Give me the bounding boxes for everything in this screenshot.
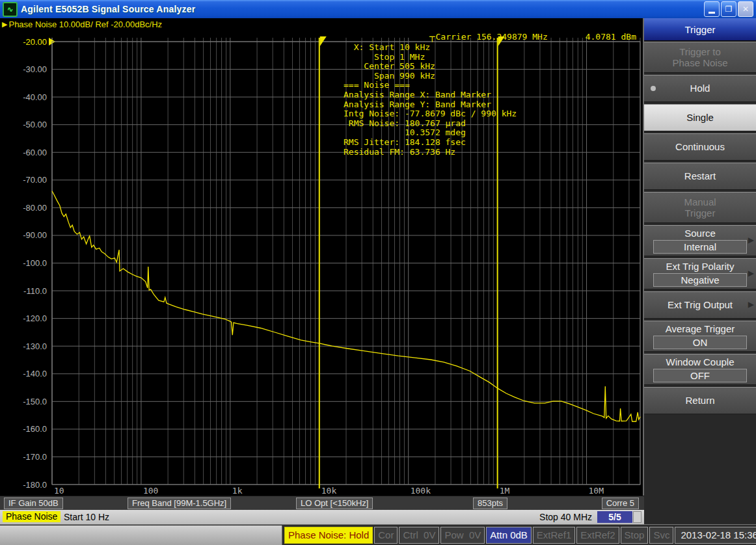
close-icon: ✕ — [742, 5, 749, 14]
softkey-label: Ext Trig Polarity — [666, 261, 734, 272]
taskbar-chip-clock: 2013-02-18 15:36 — [675, 527, 756, 544]
sweep-start-label: Start 10 Hz — [64, 512, 109, 522]
submenu-arrow-icon: ▶ — [748, 236, 754, 245]
softkey-ext-trig-polarity[interactable]: Ext Trig PolarityNegative▶ — [644, 258, 756, 289]
y-axis-tick: -160.0 — [23, 424, 47, 434]
window-controls: ❐ ✕ — [704, 1, 756, 17]
taskbar-chip-extref1: ExtRef1 — [533, 527, 575, 544]
softkey-label: Return — [685, 395, 714, 406]
softkey-label: Trigger to Phase Noise — [672, 46, 727, 69]
taskbar-chip-extref2: ExtRef2 — [576, 527, 619, 544]
taskbar-chip-measurement-status: Phase Noise: Hold — [284, 527, 373, 544]
softkey-continuous[interactable]: Continuous — [644, 133, 756, 161]
noise-analysis-readout: X: Start 10 kHz Stop 1 MHz Center 505 kH… — [344, 43, 517, 157]
y-axis-tick: -130.0 — [23, 341, 47, 351]
carrier-power: 4.0781 dBm — [586, 32, 636, 42]
average-progress-box — [633, 511, 641, 523]
taskbar-chip-svc: Svc — [649, 527, 673, 544]
softkey-hold[interactable]: Hold — [644, 75, 756, 102]
softkey-menu: Trigger Trigger to Phase NoiseHoldSingle… — [644, 18, 756, 524]
x-axis-tick: 10k — [321, 486, 337, 496]
softkey-value: ON — [653, 336, 747, 349]
restore-icon: ❐ — [725, 5, 733, 14]
softkey-label: Restart — [684, 170, 716, 181]
restore-button[interactable]: ❐ — [721, 1, 736, 17]
trace-scale-label: Phase Noise 10.00dB/ Ref -20.00dBc/Hz — [8, 20, 162, 29]
softkey-buttons: Trigger to Phase NoiseHoldSingleContinuo… — [644, 42, 756, 414]
softkey-value: Internal — [653, 240, 747, 254]
softkey-label: Source — [684, 228, 716, 239]
softkey-manual-trigger[interactable]: Manual Trigger — [644, 192, 756, 223]
y-axis-tick: -20.00 — [23, 37, 47, 47]
y-axis-tick: -120.0 — [23, 313, 47, 323]
softkey-value: OFF — [653, 369, 747, 382]
softkey-value: Negative — [653, 273, 747, 287]
menu-title: Trigger — [644, 18, 756, 42]
taskbar-chip-attenuator: Attn 0dB — [486, 527, 532, 544]
x-axis-tick: 100k — [411, 486, 431, 496]
close-button[interactable]: ✕ — [738, 1, 753, 17]
sweep-stop-label: Stop 40 MHz — [539, 512, 592, 522]
status-indicators: Phase Noise: HoldCorCtrl 0VPow 0VAttn 0d… — [284, 527, 756, 544]
status-chip-3: 853pts — [473, 498, 507, 509]
x-axis-tick: 10 — [54, 486, 64, 496]
status-chip-2: LO Opt [<150kHz] — [296, 498, 373, 509]
softkey-return[interactable]: Return — [644, 387, 756, 414]
submenu-arrow-icon: ▶ — [748, 300, 754, 310]
trace-header: ▶ Phase Noise 10.00dB/ Ref -20.00dBc/Hz — [0, 18, 162, 30]
y-axis-tick: -140.0 — [23, 369, 47, 379]
y-axis-tick: -180.0 — [23, 480, 47, 490]
submenu-arrow-icon: ▶ — [748, 269, 754, 278]
measurement-status-bar: IF Gain 50dBFreq Band [99M-1.5GHz]LO Opt… — [0, 496, 644, 510]
taskbar-chip-cor: Cor — [374, 527, 398, 544]
softkey-source[interactable]: SourceInternal▶ — [644, 225, 756, 256]
trace-marker-icon: ▶ — [2, 20, 7, 29]
taskbar-chip-ctrl-voltage: Ctrl 0V — [399, 527, 439, 544]
softkey-restart[interactable]: Restart — [644, 163, 756, 190]
y-axis-tick: -40.00 — [23, 92, 47, 102]
app-window: ∿ Agilent E5052B Signal Source Analyzer … — [0, 0, 756, 545]
phase-noise-plot[interactable]: -20.00-30.00-40.00-50.00-60.00-70.00-80.… — [0, 30, 644, 496]
y-axis-tick: -80.00 — [23, 203, 47, 213]
x-axis-tick: 1k — [232, 486, 243, 496]
softkey-label: Ext Trig Output — [668, 299, 733, 310]
average-counter: 5/5 — [597, 511, 632, 523]
x-axis-tick: 1M — [500, 486, 510, 496]
y-axis-tick: -70.00 — [23, 175, 47, 185]
softkey-ext-trig-output[interactable]: Ext Trig Output▶ — [644, 291, 756, 319]
mode-label: Phase Noise — [3, 511, 61, 522]
status-chip-1: Freq Band [99M-1.5GHz] — [128, 498, 231, 509]
window-title: Agilent E5052B Signal Source Analyzer — [21, 4, 195, 14]
softkey-trigger-to-phase-noise[interactable]: Trigger to Phase Noise — [644, 42, 756, 73]
taskbar-entry-area — [0, 525, 282, 545]
taskbar-chip-power-voltage: Pow 0V — [440, 527, 485, 544]
title-bar: ∿ Agilent E5052B Signal Source Analyzer … — [0, 0, 756, 18]
carrier-readout: ┬ Carrier 156.249879 MHz 4.0781 dBm — [429, 31, 636, 42]
softkey-average-trigger[interactable]: Average TriggerON — [644, 321, 756, 352]
status-taskbar: Phase Noise: HoldCorCtrl 0VPow 0VAttn 0d… — [0, 524, 756, 545]
softkey-label: Window Couple — [666, 356, 734, 367]
x-axis-tick: 10M — [589, 486, 604, 496]
carrier-frequency: Carrier 156.249879 MHz — [436, 32, 548, 42]
softkey-label: Manual Trigger — [684, 196, 716, 219]
measurement-area: ▶ Phase Noise 10.00dB/ Ref -20.00dBc/Hz … — [0, 18, 644, 524]
phase-noise-chart: -20.00-30.00-40.00-50.00-60.00-70.00-80.… — [0, 30, 644, 496]
y-axis-tick: -30.00 — [23, 64, 47, 74]
y-axis-tick: -90.00 — [23, 230, 47, 240]
y-axis-tick: -110.0 — [23, 286, 47, 296]
softkey-window-couple[interactable]: Window CoupleOFF — [644, 354, 756, 385]
y-axis-tick: -100.0 — [23, 258, 47, 268]
y-axis-tick: -150.0 — [23, 397, 47, 406]
taskbar-chip-stop-indicator: Stop — [621, 527, 649, 544]
x-axis-tick: 100 — [143, 486, 158, 496]
minimize-icon — [709, 12, 715, 14]
status-chip-4: Corre 5 — [602, 498, 639, 509]
minimize-button[interactable] — [704, 1, 720, 17]
softkey-label: Hold — [690, 83, 710, 94]
softkey-label: Single — [686, 112, 714, 123]
carrier-marker-icon: ┬ — [429, 31, 435, 42]
selected-bullet-icon — [651, 86, 656, 91]
softkey-single[interactable]: Single — [644, 104, 756, 131]
status-chip-0: IF Gain 50dB — [4, 498, 63, 509]
softkey-label: Continuous — [675, 141, 725, 152]
